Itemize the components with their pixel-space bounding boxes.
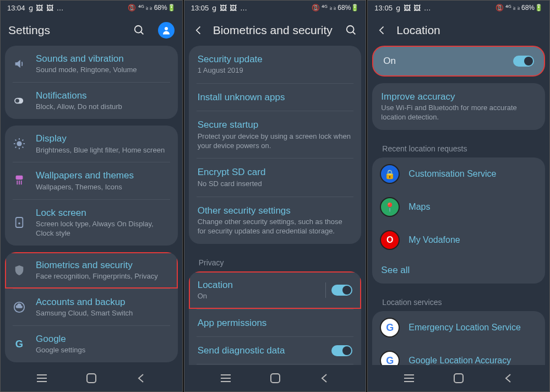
- status-bar: 13:05 ɡ 🖼 🖼 … 📵 ⁴ᴳ ᵢₗ ᵢₗ 68%🔋: [368, 1, 549, 15]
- settings-item[interactable]: Other security settingsChange other secu…: [189, 197, 362, 244]
- settings-item[interactable]: NotificationsBlock, Allow, Do not distur…: [5, 83, 178, 119]
- service-item[interactable]: GEmergency Location Service: [372, 311, 545, 344]
- item-title: Wallpapers and themes: [36, 170, 170, 181]
- status-bar: 13:05 ɡ 🖼 🖼 … 📵 ⁴ᴳ ᵢₗ ᵢₗ 68%🔋: [184, 1, 366, 15]
- svg-rect-36: [454, 374, 463, 383]
- home-button[interactable]: [264, 367, 286, 389]
- page-title: Location: [396, 24, 542, 37]
- navigation-bar: [1, 365, 182, 391]
- svg-text:G: G: [15, 338, 23, 350]
- settings-item[interactable]: Security update1 August 2019: [189, 46, 362, 83]
- settings-item[interactable]: GGoogleGoogle settings: [5, 326, 178, 362]
- toggle-switch[interactable]: [331, 345, 352, 356]
- app-item[interactable]: OMy Vodafone: [372, 224, 545, 257]
- back-button[interactable]: [130, 367, 152, 389]
- settings-item[interactable]: Install unknown apps: [189, 84, 362, 111]
- item-subtitle: Samsung Cloud, Smart Switch: [36, 309, 170, 318]
- item-title: Security update: [198, 53, 353, 65]
- settings-item[interactable]: Biometrics and securityFace recognition,…: [5, 252, 178, 288]
- navigation-bar: [184, 365, 366, 391]
- toggle-switch[interactable]: [513, 56, 534, 67]
- status-time: 13:05: [374, 4, 393, 12]
- settings-group: DisplayBrightness, Blue light filter, Ho…: [5, 126, 178, 245]
- service-name: Google Location Accuracy: [409, 356, 511, 365]
- see-all-button[interactable]: See all: [372, 257, 545, 284]
- back-button[interactable]: [313, 367, 335, 389]
- back-arrow[interactable]: [192, 24, 205, 37]
- item-subtitle: Screen lock type, Always On Display, Clo…: [36, 220, 170, 238]
- toggle-switch[interactable]: [331, 285, 352, 296]
- page-title: Biometrics and security: [213, 24, 337, 37]
- app-icon: 📍: [380, 197, 400, 217]
- privacy-group: LocationOnApp permissionsSend diagnostic…: [189, 271, 362, 365]
- item-title: Other security settings: [198, 205, 353, 216]
- app-name: Customisation Service: [409, 169, 496, 179]
- back-arrow[interactable]: [375, 24, 389, 37]
- svg-point-5: [17, 141, 21, 146]
- settings-item[interactable]: App permissions: [189, 309, 362, 336]
- svg-point-4: [15, 99, 19, 103]
- item-subtitle: No SD card inserted: [198, 179, 353, 189]
- settings-group: Biometrics and securityFace recognition,…: [5, 252, 178, 362]
- biometrics-screen: 13:05 ɡ 🖼 🖼 … 📵 ⁴ᴳ ᵢₗ ᵢₗ 68%🔋 Biometrics…: [184, 0, 367, 392]
- item-subtitle: Brightness, Blue light filter, Home scre…: [36, 146, 170, 155]
- item-title: Sounds and vibration: [36, 53, 170, 64]
- status-icons-left: ɡ 🖼 🖼 …: [396, 4, 432, 12]
- location-services-group: GEmergency Location ServiceGGoogle Locat…: [372, 311, 545, 365]
- google-g-icon: G: [13, 337, 26, 351]
- cloud-icon: [13, 301, 26, 314]
- item-title: App permissions: [198, 317, 353, 329]
- settings-item[interactable]: Wallpapers and themesWallpapers, Themes,…: [5, 162, 178, 199]
- settings-item[interactable]: Encrypt SD cardNo SD card inserted: [189, 159, 362, 196]
- svg-line-1: [140, 32, 143, 35]
- sound-icon: [13, 57, 26, 70]
- search-button[interactable]: [345, 24, 358, 37]
- settings-item[interactable]: Accounts and backupSamsung Cloud, Smart …: [5, 289, 178, 325]
- settings-header: Settings: [1, 15, 182, 46]
- settings-item[interactable]: Lock screenScreen lock type, Always On D…: [5, 200, 178, 246]
- search-button[interactable]: [133, 24, 146, 37]
- svg-rect-26: [87, 374, 96, 383]
- app-icon: 🔒: [380, 164, 400, 184]
- svg-point-2: [165, 27, 168, 30]
- improve-accuracy-card[interactable]: Improve accuracyUse Wi-Fi and Bluetooth …: [372, 83, 545, 130]
- status-bar: 13:04 ɡ 🖼 🖼 … 📵 ⁴ᴳ ᵢₗ ᵢₗ 68%🔋: [1, 1, 182, 15]
- app-item[interactable]: 🔒Customisation Service: [372, 157, 545, 190]
- item-title: Display: [36, 133, 170, 144]
- profile-avatar[interactable]: [158, 22, 175, 39]
- svg-line-13: [23, 140, 24, 141]
- status-icons-right: 📵 ⁴ᴳ ᵢₗ ᵢₗ 68%🔋: [312, 4, 359, 12]
- app-name: My Vodafone: [409, 235, 460, 245]
- status-time: 13:05: [191, 4, 209, 12]
- settings-item[interactable]: Secure startupProtect your device by usi…: [189, 111, 362, 158]
- svg-rect-14: [16, 176, 23, 179]
- status-icons-left: ɡ 🖼 🖼 …: [212, 4, 248, 12]
- back-button[interactable]: [497, 367, 519, 389]
- app-item[interactable]: 📍Maps: [372, 190, 545, 224]
- svg-rect-32: [271, 374, 280, 383]
- item-title: Google: [36, 333, 170, 345]
- home-button[interactable]: [80, 367, 102, 389]
- service-item[interactable]: GGoogle Location Accuracy: [372, 344, 545, 365]
- item-title: Location: [198, 279, 320, 291]
- home-button[interactable]: [448, 367, 470, 389]
- location-screen: 13:05 ɡ 🖼 🖼 … 📵 ⁴ᴳ ᵢₗ ᵢₗ 68%🔋 Location O…: [367, 0, 550, 392]
- svg-line-11: [23, 147, 24, 148]
- location-master-toggle[interactable]: On: [372, 46, 545, 77]
- recents-button[interactable]: [215, 367, 237, 389]
- recents-button[interactable]: [31, 367, 53, 389]
- item-title: Biometrics and security: [36, 259, 170, 271]
- google-icon: G: [380, 318, 400, 337]
- svg-point-19: [18, 222, 20, 225]
- google-icon: G: [380, 351, 400, 365]
- display-icon: [13, 137, 26, 150]
- settings-item[interactable]: DisplayBrightness, Blue light filter, Ho…: [5, 126, 178, 162]
- settings-item[interactable]: Sounds and vibrationSound mode, Ringtone…: [5, 46, 178, 82]
- svg-line-12: [15, 147, 17, 148]
- settings-item[interactable]: Send diagnostic data: [189, 337, 362, 364]
- app-icon: O: [380, 230, 400, 250]
- settings-item[interactable]: LocationOn: [189, 271, 362, 309]
- item-subtitle: Protect your device by using a screen lo…: [198, 132, 353, 151]
- settings-screen: 13:04 ɡ 🖼 🖼 … 📵 ⁴ᴳ ᵢₗ ᵢₗ 68%🔋 Settings S…: [0, 0, 183, 392]
- recents-button[interactable]: [398, 367, 420, 389]
